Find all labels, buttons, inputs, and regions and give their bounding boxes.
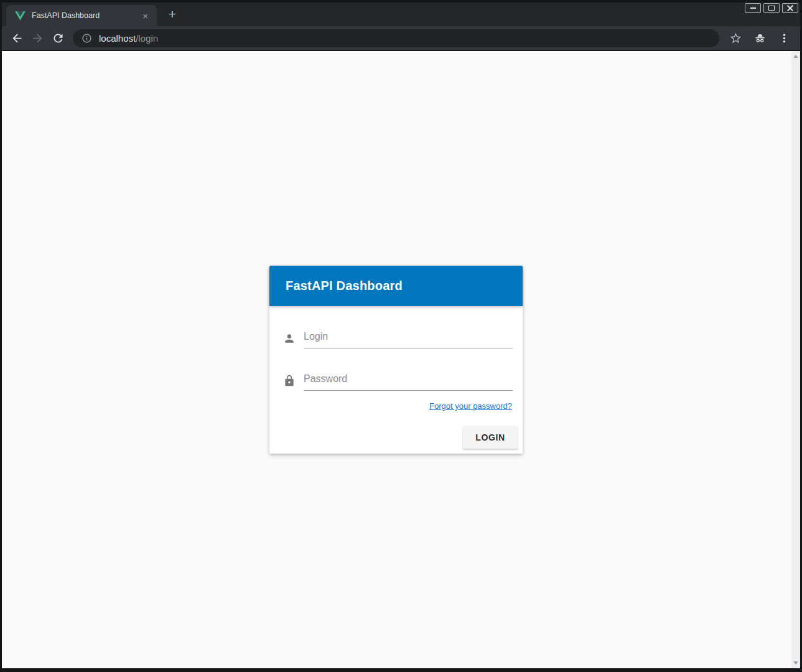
login-field-row [283,329,513,348]
scrollbar-up-arrow-icon[interactable] [793,55,798,58]
forgot-password-link[interactable]: Forgot your password? [429,401,512,411]
login-input[interactable] [304,329,513,348]
login-button[interactable]: LOGIN [463,426,518,449]
browser-toolbar: localhost/login [2,26,800,50]
url-text: localhost/login [99,33,158,44]
password-field-row [283,371,513,391]
browser-menu-icon[interactable] [776,30,791,45]
tab-title: FastAPI Dashboard [32,11,140,20]
password-input[interactable] [304,371,513,391]
page-content: FastAPI Dashboard Forgot your password? [2,51,800,668]
person-icon [283,332,296,345]
incognito-icon[interactable] [752,30,767,45]
browser-tab[interactable]: FastAPI Dashboard × [6,5,157,26]
forward-button[interactable] [30,30,45,45]
url-path: /login [136,33,158,44]
login-card-actions: LOGIN [269,411,523,449]
toolbar-right-icons [728,30,794,45]
forgot-password-row: Forgot your password? [269,401,512,411]
minimize-icon [750,7,756,9]
bookmark-star-icon[interactable] [728,30,743,45]
site-info-icon[interactable] [82,33,92,44]
tab-close-icon[interactable]: × [140,10,151,22]
login-card-title: FastAPI Dashboard [286,279,403,293]
url-host: localhost [99,33,136,44]
new-tab-button[interactable]: + [164,6,181,23]
maximize-icon [768,6,775,11]
lock-icon [283,375,296,387]
scrollbar-down-arrow-icon[interactable] [793,661,798,665]
close-icon [787,5,793,11]
login-card-body: Forgot your password? LOGIN [269,329,523,454]
address-bar[interactable]: localhost/login [73,29,719,47]
login-card-header: FastAPI Dashboard [269,266,523,306]
back-button[interactable] [9,30,24,45]
page-scrollbar[interactable] [791,51,800,668]
reload-button[interactable] [50,30,65,45]
titlebar: FastAPI Dashboard × + [2,2,800,26]
close-button[interactable] [782,3,798,13]
minimize-button[interactable] [745,3,761,13]
login-card: FastAPI Dashboard Forgot your password? [269,266,523,454]
vue-logo-icon [15,11,26,21]
window-controls [745,3,798,13]
maximize-button[interactable] [763,3,780,13]
